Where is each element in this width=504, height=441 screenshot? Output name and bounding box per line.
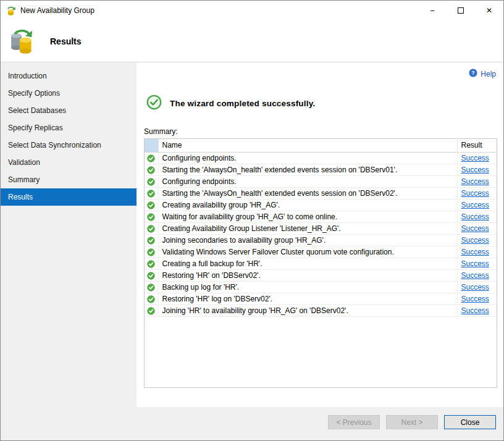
success-link[interactable]: Success [461, 177, 489, 186]
success-link[interactable]: Success [461, 166, 489, 174]
row-name-cell: Restoring 'HR' on 'DBServ02'. [158, 269, 457, 281]
results-table-container: Name Result Configuring endpoints.Succes… [144, 138, 497, 388]
success-link[interactable]: Success [461, 259, 489, 268]
sidebar-item-validation[interactable]: Validation [1, 154, 136, 171]
success-link[interactable]: Success [461, 224, 489, 233]
wizard-header: Results [1, 20, 503, 62]
row-status-cell [145, 152, 158, 164]
results-table: Name Result Configuring endpoints.Succes… [145, 139, 497, 317]
table-row: Starting the 'AlwaysOn_health' extended … [145, 187, 497, 199]
row-result-cell: Success [457, 152, 497, 164]
row-name-cell: Validating Windows Server Failover Clust… [158, 246, 457, 258]
row-status-cell [145, 304, 158, 316]
window-title: New Availability Group [20, 6, 94, 15]
row-result-cell: Success [457, 187, 497, 199]
window-controls: – ✕ [418, 1, 503, 20]
success-check-icon [147, 188, 155, 197]
sidebar-item-select-data-synchronization[interactable]: Select Data Synchronization [1, 136, 136, 154]
table-row: Configuring endpoints.Success [145, 175, 497, 187]
success-link[interactable]: Success [461, 236, 489, 245]
success-link[interactable]: Success [461, 306, 489, 315]
results-table-body: Configuring endpoints.SuccessStarting th… [145, 152, 497, 316]
status-message: The wizard completed successfully. [170, 99, 315, 108]
table-row: Creating availability group 'HR_AG'.Succ… [145, 199, 497, 211]
help-link[interactable]: Help [481, 70, 496, 78]
table-row: Creating Availability Group Listener 'Li… [145, 222, 497, 234]
row-status-cell [145, 164, 158, 175]
row-status-cell [145, 258, 158, 269]
success-link[interactable]: Success [461, 212, 489, 221]
footer-bar: < Previous Next > Close [136, 407, 503, 440]
name-column-header[interactable]: Name [158, 139, 457, 152]
main-column: ? Help The wizard completed successfully… [136, 62, 503, 440]
success-check-icon [147, 306, 155, 314]
success-link[interactable]: Success [461, 201, 489, 209]
row-name-cell: Starting the 'AlwaysOn_health' extended … [158, 187, 457, 199]
row-name-cell: Configuring endpoints. [158, 175, 457, 187]
row-status-cell [145, 246, 158, 258]
row-name-cell: Creating availability group 'HR_AG'. [158, 199, 457, 211]
row-name-cell: Configuring endpoints. [158, 152, 457, 164]
success-status-icon [146, 94, 162, 112]
success-check-icon [147, 177, 155, 185]
success-check-icon [147, 153, 155, 162]
success-link[interactable]: Success [461, 248, 489, 256]
row-result-cell: Success [457, 258, 497, 269]
success-check-icon [147, 200, 155, 209]
maximize-button[interactable] [447, 1, 475, 20]
success-check-icon [147, 235, 155, 244]
success-link[interactable]: Success [461, 271, 489, 280]
row-result-cell: Success [457, 211, 497, 222]
status-column-header[interactable] [145, 139, 158, 152]
table-row: Restoring 'HR' on 'DBServ02'.Success [145, 269, 497, 281]
maximize-icon [458, 7, 464, 14]
sidebar-item-results[interactable]: Results [1, 188, 136, 206]
help-row: ? Help [144, 62, 496, 80]
summary-label: Summary: [144, 127, 496, 136]
sidebar-item-summary[interactable]: Summary [1, 171, 136, 188]
success-link[interactable]: Success [461, 295, 489, 303]
success-link[interactable]: Success [461, 154, 489, 162]
row-name-cell: Creating a full backup for 'HR'. [158, 258, 457, 269]
sidebar-item-specify-replicas[interactable]: Specify Replicas [1, 119, 136, 136]
row-result-cell: Success [457, 293, 497, 304]
row-name-cell: Joining 'HR' to availability group 'HR_A… [158, 304, 457, 316]
wizard-window: New Availability Group – ✕ Results Intro… [0, 0, 504, 441]
row-status-cell [145, 211, 158, 222]
success-link[interactable]: Success [461, 189, 489, 198]
row-status-cell [145, 281, 158, 293]
row-status-cell [145, 199, 158, 211]
success-check-icon [147, 212, 155, 220]
row-result-cell: Success [457, 246, 497, 258]
previous-button[interactable]: < Previous [328, 415, 380, 429]
results-table-header: Name Result [145, 139, 497, 152]
success-check-icon [147, 165, 155, 174]
title-bar: New Availability Group – ✕ [1, 1, 503, 20]
row-result-cell: Success [457, 199, 497, 211]
result-column-header[interactable]: Result [457, 139, 497, 152]
help-icon: ? [469, 69, 477, 80]
success-check-icon [147, 259, 155, 267]
minimize-button[interactable]: – [418, 1, 447, 20]
success-link[interactable]: Success [461, 283, 489, 292]
table-row: Restoring 'HR' log on 'DBServ02'.Success [145, 293, 497, 304]
sidebar-item-select-databases[interactable]: Select Databases [1, 102, 136, 119]
close-button[interactable]: Close [444, 415, 496, 429]
success-check-icon [147, 247, 155, 256]
row-status-cell [145, 234, 158, 246]
close-window-button[interactable]: ✕ [475, 1, 503, 20]
results-page-icon [8, 27, 36, 56]
main-content: ? Help The wizard completed successfully… [136, 62, 503, 407]
row-result-cell: Success [457, 164, 497, 175]
row-name-cell: Creating Availability Group Listener 'Li… [158, 222, 457, 234]
next-button[interactable]: Next > [386, 415, 438, 429]
sidebar: IntroductionSpecify OptionsSelect Databa… [1, 62, 136, 440]
row-name-cell: Backing up log for 'HR'. [158, 281, 457, 293]
row-name-cell: Restoring 'HR' log on 'DBServ02'. [158, 293, 457, 304]
success-check-icon [147, 224, 155, 232]
row-result-cell: Success [457, 234, 497, 246]
availability-group-app-icon [6, 6, 17, 15]
sidebar-item-introduction[interactable]: Introduction [1, 67, 136, 85]
table-row: Configuring endpoints.Success [145, 152, 497, 164]
sidebar-item-specify-options[interactable]: Specify Options [1, 85, 136, 102]
